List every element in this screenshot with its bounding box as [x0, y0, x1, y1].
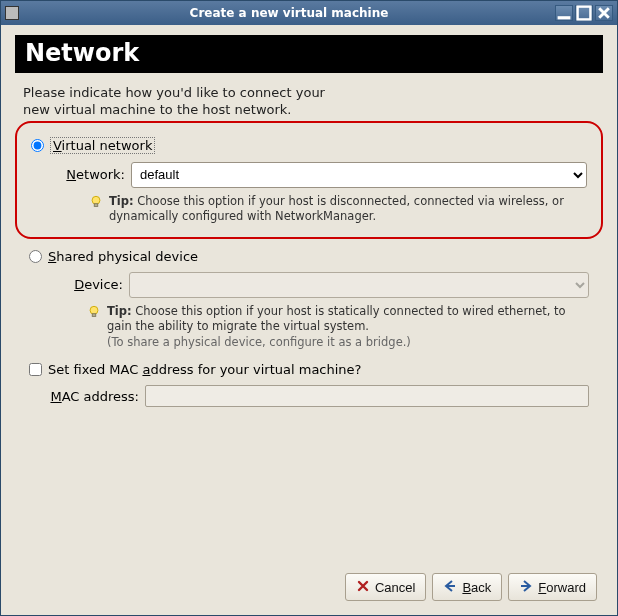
intro-line1: Please indicate how you'd like to connec… — [23, 85, 325, 100]
svg-rect-1 — [578, 7, 591, 20]
titlebar: Create a new virtual machine — [1, 1, 617, 25]
svg-rect-5 — [92, 314, 96, 317]
cancel-icon — [356, 579, 370, 596]
app-icon — [5, 6, 19, 20]
page-title: Network — [15, 35, 603, 73]
cancel-button[interactable]: Cancel — [345, 573, 426, 601]
shared-device-section: Shared physical device Device: Tip: Choo… — [15, 245, 603, 353]
arrow-right-icon — [519, 579, 533, 596]
device-label: Device: — [63, 277, 123, 292]
fixed-mac-checkbox[interactable] — [29, 363, 42, 376]
lightbulb-icon — [89, 195, 103, 209]
mac-address-label: MAC address: — [49, 389, 139, 404]
mac-section: Set fixed MAC address for your virtual m… — [15, 358, 603, 411]
virtual-network-group: Virtual network Network: default Tip: Ch… — [15, 121, 603, 239]
dialog-window: Create a new virtual machine Network Ple… — [0, 0, 618, 616]
window-title: Create a new virtual machine — [25, 6, 553, 20]
shared-device-tip: Tip: Choose this option if your host is … — [107, 304, 589, 351]
svg-point-4 — [90, 306, 98, 314]
minimize-button[interactable] — [555, 5, 573, 21]
shared-device-radio[interactable] — [29, 250, 42, 263]
back-button[interactable]: Back — [432, 573, 502, 601]
virtual-network-radio[interactable] — [31, 139, 44, 152]
svg-rect-0 — [558, 16, 571, 19]
shared-device-radio-label: Shared physical device — [48, 249, 198, 264]
lightbulb-icon — [87, 305, 101, 319]
virtual-network-tip: Tip: Choose this option if your host is … — [109, 194, 587, 225]
svg-point-2 — [92, 196, 100, 204]
arrow-left-icon — [443, 579, 457, 596]
svg-rect-3 — [94, 204, 98, 207]
network-combo[interactable]: default — [131, 162, 587, 188]
content-area: Network Please indicate how you'd like t… — [1, 25, 617, 615]
network-label: Network: — [65, 167, 125, 182]
device-combo[interactable] — [129, 272, 589, 298]
intro-line2: new virtual machine to the host network. — [23, 102, 595, 119]
button-row: Cancel Back Forward — [15, 567, 603, 607]
virtual-network-radio-label: Virtual network — [50, 137, 155, 154]
maximize-button[interactable] — [575, 5, 593, 21]
fixed-mac-label: Set fixed MAC address for your virtual m… — [48, 362, 361, 377]
mac-address-input[interactable] — [145, 385, 589, 407]
vn-label-rest: irtual network — [62, 138, 153, 153]
forward-button[interactable]: Forward — [508, 573, 597, 601]
intro-text: Please indicate how you'd like to connec… — [23, 85, 595, 119]
close-button[interactable] — [595, 5, 613, 21]
